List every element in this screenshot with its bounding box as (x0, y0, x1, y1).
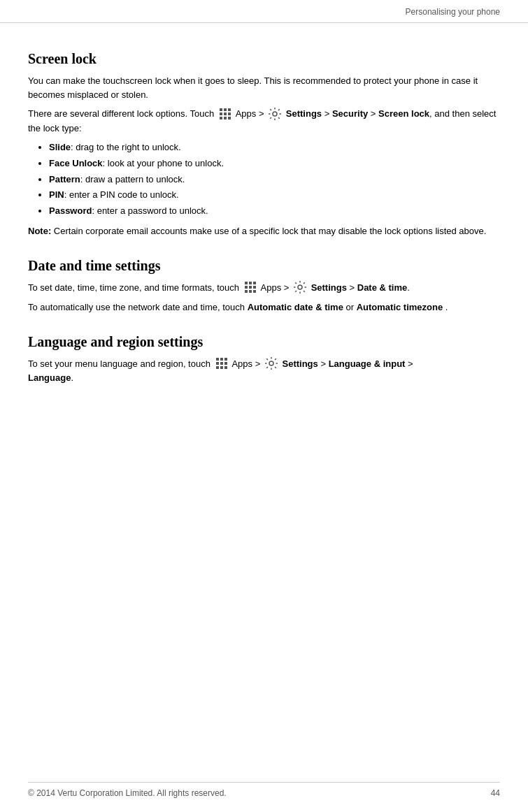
svg-rect-24 (220, 362, 223, 365)
bullet-password: Password: enter a password to unlock. (49, 204, 500, 219)
automatic-date-time-bold: Automatic date & time (248, 302, 343, 312)
bullet-pattern: Pattern: draw a pattern to unlock. (49, 173, 500, 187)
bullet-pin: PIN: enter a PIN code to unlock. (49, 188, 500, 203)
date-time-period: . (445, 302, 448, 312)
svg-point-29 (269, 361, 273, 365)
svg-rect-7 (224, 117, 227, 119)
svg-rect-14 (249, 286, 252, 289)
date-time-suffix1: Settings > Date & time. (311, 282, 410, 293)
language-apps-text: Apps > (231, 358, 262, 369)
apps-grid-icon-3 (215, 356, 229, 370)
svg-rect-16 (245, 290, 248, 293)
svg-rect-0 (220, 108, 222, 111)
automatic-timezone-bold: Automatic timezone (357, 302, 443, 312)
svg-rect-26 (216, 366, 219, 369)
language-instruction: To set your menu language and region, to… (28, 357, 500, 385)
svg-rect-5 (228, 113, 231, 115)
page-content: Screen lock You can make the touchscreen… (0, 23, 528, 447)
bullet-slide: Slide: drag to the right to unlock. (49, 140, 500, 155)
language-prefix: To set your menu language and region, to… (28, 358, 213, 369)
svg-rect-4 (224, 113, 227, 115)
section-title-language-region: Language and region settings (28, 334, 500, 350)
bullet-face-unlock: Face Unlock: look at your phone to unloc… (49, 157, 500, 171)
section-language-region: Language and region settings To set your… (28, 334, 500, 385)
note-label: Note: (28, 226, 51, 236)
svg-rect-23 (216, 362, 219, 365)
page-footer: © 2014 Vertu Corporation Limited. All ri… (28, 782, 500, 798)
date-time-apps-text: Apps > (261, 282, 292, 293)
svg-rect-20 (216, 358, 219, 361)
svg-rect-28 (224, 366, 227, 369)
svg-rect-6 (220, 117, 222, 119)
svg-rect-11 (249, 282, 252, 284)
svg-rect-18 (253, 290, 256, 293)
svg-rect-2 (228, 108, 231, 111)
footer-page-number: 44 (491, 788, 500, 798)
svg-rect-3 (220, 113, 222, 115)
svg-rect-21 (220, 358, 223, 361)
screen-lock-instruction: There are several different lock options… (28, 107, 500, 135)
section-title-screen-lock: Screen lock (28, 51, 500, 67)
instruction-prefix: There are several different lock options… (28, 108, 217, 119)
date-time-prefix1: To set date, time, time zone, and time f… (28, 282, 242, 293)
screen-lock-note: Note: Certain corporate email accounts m… (28, 224, 500, 238)
settings-gear-icon-1 (268, 107, 282, 121)
header-title: Personalising your phone (406, 7, 500, 17)
svg-rect-12 (253, 282, 256, 284)
svg-rect-17 (249, 290, 252, 293)
settings-gear-icon-3 (264, 356, 278, 370)
svg-rect-1 (224, 108, 227, 111)
footer-copyright: © 2014 Vertu Corporation Limited. All ri… (28, 788, 227, 798)
svg-point-19 (298, 285, 302, 289)
apps-grid-icon-2 (243, 280, 257, 294)
section-title-date-time: Date and time settings (28, 258, 500, 274)
svg-point-9 (273, 112, 277, 116)
svg-rect-22 (224, 358, 227, 361)
svg-rect-8 (228, 117, 231, 119)
note-text: Certain corporate email accounts make us… (51, 226, 486, 236)
settings-gear-icon-2 (293, 280, 307, 294)
date-time-prefix2: To automatically use the network date an… (28, 302, 248, 312)
screen-lock-para1: You can make the touchscreen lock when i… (28, 74, 500, 101)
section-date-time: Date and time settings To set date, time… (28, 258, 500, 314)
apps-text: Apps > (236, 108, 266, 119)
svg-rect-15 (253, 286, 256, 289)
apps-grid-icon (218, 107, 232, 121)
page-header: Personalising your phone (0, 0, 528, 23)
svg-rect-27 (220, 366, 223, 369)
svg-rect-13 (245, 286, 248, 289)
date-time-or: or (346, 302, 357, 312)
svg-rect-25 (224, 362, 227, 365)
date-time-instruction2: To automatically use the network date an… (28, 300, 500, 314)
svg-rect-10 (245, 282, 248, 284)
section-screen-lock: Screen lock You can make the touchscreen… (28, 51, 500, 238)
screen-lock-bullets: Slide: drag to the right to unlock. Face… (49, 140, 500, 219)
date-time-instruction1: To set date, time, time zone, and time f… (28, 281, 500, 296)
